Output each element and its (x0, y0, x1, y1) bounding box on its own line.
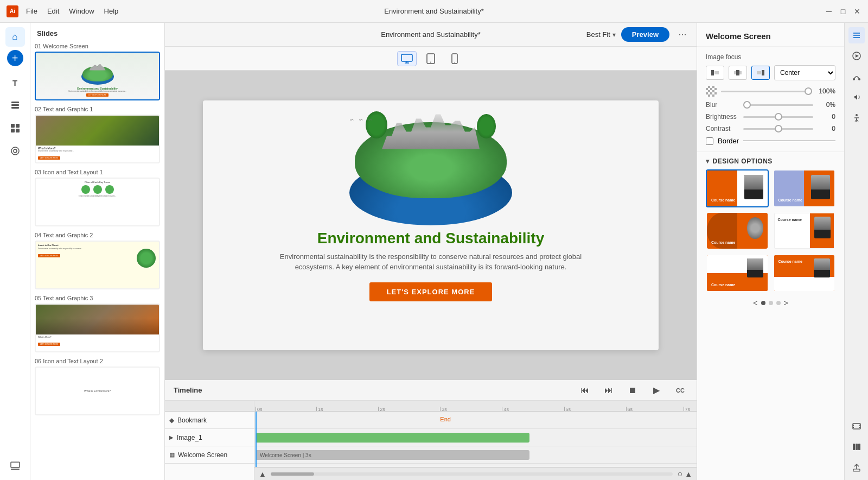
timeline-scroll-thumb[interactable] (271, 472, 314, 476)
close-button[interactable]: ✕ (853, 7, 861, 16)
timeline-scrubber[interactable] (256, 412, 257, 467)
menu-file[interactable]: File (26, 7, 37, 15)
design-dot-3[interactable] (776, 301, 781, 305)
menu-edit[interactable]: Edit (47, 7, 59, 15)
slide-thumb-3[interactable]: Pillars of Earth Day Theme Environmental… (35, 178, 160, 226)
image1-bar[interactable] (256, 433, 529, 443)
maximize-button[interactable]: □ (839, 7, 847, 16)
timeline-panel: Timeline ⏮ ⏭ ⏹ ▶ CC ◆ Bookmark (165, 380, 697, 480)
slide-thumb-5[interactable]: What's More? LET'S EXPLORE MORE (35, 304, 160, 352)
properties-icon-btn[interactable] (848, 27, 865, 43)
slide-item-6[interactable]: 06 Icon and Text Layout 2 What is Enviro… (35, 358, 160, 415)
text-tool-btn[interactable]: T (5, 73, 25, 92)
add-button[interactable]: + (7, 50, 23, 66)
animation-icon-btn[interactable] (848, 68, 865, 85)
border-preview (743, 141, 835, 141)
design-dot-2[interactable] (769, 301, 773, 305)
svg-rect-39 (853, 469, 860, 471)
assets-btn[interactable] (5, 118, 25, 138)
contrast-slider[interactable] (743, 128, 813, 130)
focus-left-btn[interactable] (706, 66, 724, 80)
blur-row: Blur 0% (706, 101, 835, 109)
svg-point-7 (11, 147, 19, 155)
play-button[interactable]: ⏭ (601, 383, 616, 398)
slide-label-2: 02 Text and Graphic 1 (35, 106, 160, 112)
tick-7s: 7s (684, 407, 691, 411)
opacity-value: 100% (816, 87, 835, 95)
slide-thumb-3-inner: Pillars of Earth Day Theme Environmental… (36, 179, 159, 225)
slide-thumb-2[interactable]: What's More? Environmental sustainabilit… (35, 115, 160, 163)
focus-center-btn[interactable] (729, 66, 747, 80)
blur-slider[interactable] (743, 104, 813, 106)
slide-item-5[interactable]: 05 Text and Graphic 3 What's More? LET'S… (35, 295, 160, 352)
audio-icon-btn[interactable] (848, 89, 865, 105)
slide-thumb-1-inner: Environment and Sustainability Environme… (36, 53, 159, 99)
svg-rect-38 (858, 444, 860, 450)
settings-btn[interactable] (5, 141, 25, 161)
border-checkbox[interactable] (706, 137, 713, 145)
opacity-slider[interactable] (721, 91, 812, 92)
bookmark-track-row: End (254, 412, 697, 429)
design-options-chevron[interactable]: ▾ (706, 157, 710, 165)
stop-button[interactable]: ⏹ (625, 383, 640, 398)
design-option-4[interactable]: Course name (773, 212, 836, 250)
accessibility-icon-btn[interactable] (848, 110, 865, 126)
slide-item-1[interactable]: 01 Welcome Screen Environment and Sustai… (35, 43, 160, 100)
focus-right-btn[interactable] (751, 66, 770, 80)
brightness-value: 0 (818, 113, 835, 121)
captions-button[interactable]: CC (673, 383, 688, 398)
expand-icon[interactable]: ▶ (169, 434, 174, 440)
design-option-1[interactable]: Course name (706, 169, 769, 207)
zoom-in-btn[interactable]: ▲ (685, 469, 692, 479)
timeline-scroll-track[interactable] (271, 472, 673, 476)
slide-item-4[interactable]: 04 Text and Graphic 2 Invest in Our Plan… (35, 232, 160, 289)
zoom-out-btn[interactable]: ▲ (259, 470, 266, 478)
slide-thumb-4-inner: Invest in Our Planet Environmental susta… (36, 242, 159, 288)
tablet-device-btn[interactable] (421, 51, 441, 66)
forward-button[interactable]: ▶ (649, 383, 664, 398)
tick-2s: 2s (378, 407, 385, 411)
design-option-5[interactable]: Course name (706, 254, 769, 292)
slide-label-5: 05 Text and Graphic 3 (35, 295, 160, 301)
library-icon-btn[interactable] (848, 439, 865, 455)
welcome-label: ▦ Welcome Screen (165, 446, 254, 463)
menu-window[interactable]: Window (69, 7, 94, 15)
zoom-circle-btn[interactable]: ○ (677, 469, 682, 479)
preview-button[interactable]: Preview (621, 27, 669, 42)
desktop-device-btn[interactable] (397, 51, 417, 66)
slide-thumb-4[interactable]: Invest in Our Planet Environmental susta… (35, 241, 160, 289)
more-options-button[interactable]: ··· (675, 27, 690, 42)
cta-button[interactable]: LET'S EXPLORE MORE (369, 282, 493, 301)
contrast-row: Contrast 0 (706, 125, 835, 132)
share-icon-btn[interactable] (848, 459, 865, 476)
rewind-button[interactable]: ⏮ (577, 383, 592, 398)
bottom-panel-btn[interactable] (5, 456, 25, 476)
design-option-2[interactable]: Course name (773, 169, 836, 207)
svg-rect-6 (16, 129, 20, 132)
slide-label-6: 06 Icon and Text Layout 2 (35, 358, 160, 364)
home-icon-btn[interactable]: ⌂ (5, 27, 25, 47)
minimize-button[interactable]: ─ (825, 7, 833, 16)
design-next-btn[interactable]: > (784, 299, 788, 307)
fit-selector[interactable]: Best Fit ▾ (586, 30, 616, 39)
slide-thumb-6[interactable]: What is Environment? (35, 367, 160, 415)
mobile-device-btn[interactable] (445, 51, 464, 66)
right-panel: Welcome Screen Image focus Center (697, 23, 844, 480)
slide-thumb-1[interactable]: Environment and Sustainability Environme… (35, 52, 160, 100)
design-grid: Course name Course name (697, 169, 844, 299)
design-prev-btn[interactable]: < (753, 299, 757, 307)
welcome-bar[interactable]: Welcome Screen | 3s (256, 450, 529, 460)
design-option-3[interactable]: Course name (706, 212, 769, 250)
slide-thumb-6-inner: What is Environment? (36, 368, 159, 414)
design-dot-1[interactable] (761, 301, 765, 305)
media-icon-btn[interactable] (848, 48, 865, 64)
slide-item-3[interactable]: 03 Icon and Text Layout 1 Pillars of Ear… (35, 169, 160, 226)
focus-select[interactable]: Center (774, 65, 835, 80)
slide-item-2[interactable]: 02 Text and Graphic 1 What's More? Envir… (35, 106, 160, 163)
layers-btn[interactable] (5, 96, 25, 115)
design-option-6[interactable]: Course name (773, 254, 836, 292)
filmstrip-icon-btn[interactable] (848, 418, 865, 434)
menu-help[interactable]: Help (104, 7, 119, 15)
svg-rect-35 (859, 427, 860, 428)
brightness-slider[interactable] (743, 116, 813, 118)
